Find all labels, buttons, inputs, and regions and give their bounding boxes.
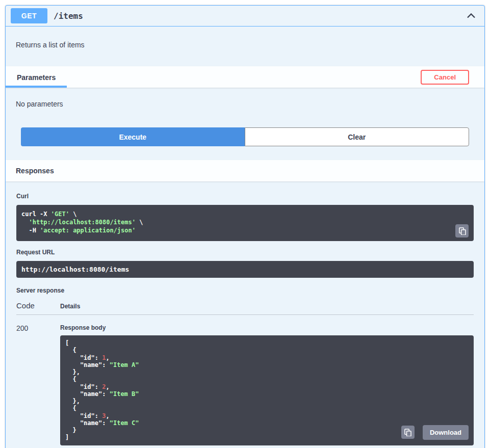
clear-button[interactable]: Clear <box>245 127 470 146</box>
server-response-table: Code Details 200 Response body [ { "id":… <box>16 301 474 445</box>
no-parameters-text: No parameters <box>6 88 484 127</box>
code-column-header: Code <box>16 301 60 310</box>
operation-block-get-items: GET /items Returns a list of items Param… <box>5 5 485 448</box>
request-url-label: Request URL <box>16 249 474 256</box>
curl-command-block: curl -X 'GET' \ 'http://localhost:8080/i… <box>16 205 474 241</box>
response-body-label: Response body <box>60 324 474 331</box>
parameters-section-header: Parameters Cancel <box>6 66 484 88</box>
responses-section-header: Responses <box>6 160 484 181</box>
endpoint-path: /items <box>54 11 83 21</box>
response-body-block: [ { "id": 1, "name": "Item A" }, { "id":… <box>60 335 474 445</box>
copy-response-button[interactable] <box>401 426 415 439</box>
copy-curl-button[interactable] <box>455 224 469 238</box>
tab-parameters: Parameters <box>6 66 67 88</box>
http-method-badge: GET <box>11 8 47 23</box>
operation-summary[interactable]: GET /items <box>6 6 484 27</box>
operation-description: Returns a list of items <box>6 27 484 66</box>
curl-code: curl -X 'GET' \ 'http://localhost:8080/i… <box>21 210 469 235</box>
response-table-header: Code Details <box>16 301 474 315</box>
clipboard-icon <box>458 227 466 235</box>
execute-wrapper: Execute Clear <box>6 127 484 160</box>
status-code: 200 <box>16 324 60 445</box>
response-body-controls: Download <box>401 425 469 440</box>
clipboard-icon <box>404 429 411 436</box>
download-button[interactable]: Download <box>423 425 469 440</box>
response-row: 200 Response body [ { "id": 1, "name": "… <box>16 315 474 445</box>
server-response-label: Server response <box>16 287 474 294</box>
execute-button[interactable]: Execute <box>21 127 245 146</box>
responses-title: Responses <box>16 167 54 175</box>
responses-content: Curl curl -X 'GET' \ 'http://localhost:8… <box>6 181 484 448</box>
collapse-button[interactable] <box>465 9 477 23</box>
details-column-header: Details <box>60 303 474 310</box>
cancel-button[interactable]: Cancel <box>421 70 469 85</box>
response-details-cell: Response body [ { "id": 1, "name": "Item… <box>60 324 474 445</box>
request-url-value: http://localhost:8080/items <box>16 261 474 278</box>
parameters-title: Parameters <box>17 73 56 82</box>
chevron-up-icon <box>466 11 476 21</box>
curl-label: Curl <box>16 193 474 200</box>
